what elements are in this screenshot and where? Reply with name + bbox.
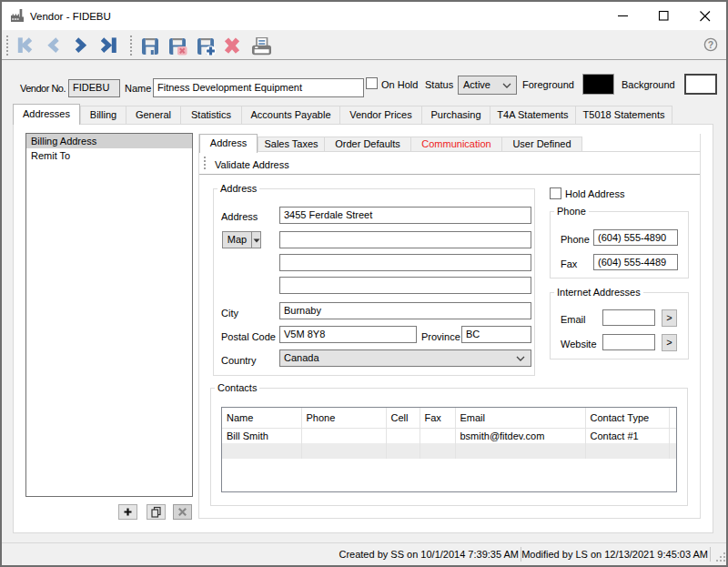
svg-text:?: ? bbox=[708, 39, 713, 50]
